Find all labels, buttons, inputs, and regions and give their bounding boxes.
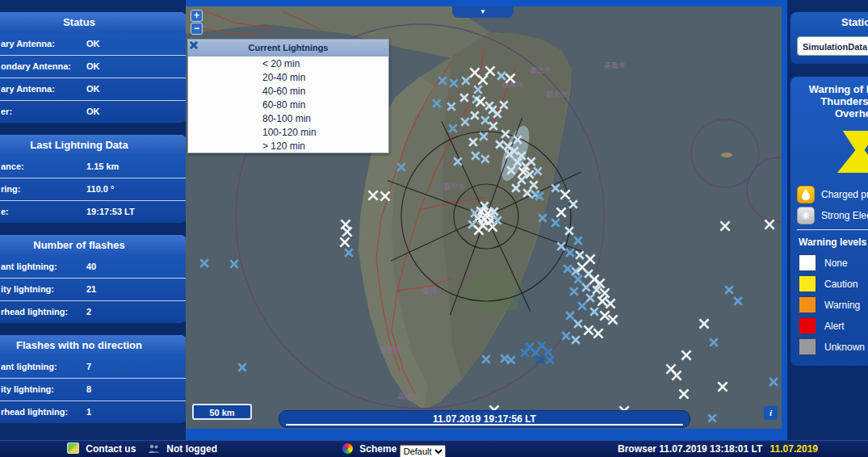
scheme-palette-icon bbox=[342, 443, 353, 454]
legend-item-label: < 20 min bbox=[262, 58, 300, 69]
svg-text:臺灣: 臺灣 bbox=[422, 287, 437, 295]
row-label: rhead lightning: bbox=[1, 307, 68, 317]
legend-item: 40-60 min bbox=[188, 84, 388, 98]
right-sidebar: Station SimulationData Warning of Possib… bbox=[787, 0, 868, 441]
warning-level-row: Caution bbox=[799, 275, 868, 292]
row-label: ary Antenna: bbox=[1, 39, 55, 48]
divider bbox=[797, 229, 868, 230]
lightning-map[interactable]: 臺北市基隆市桃園市新北市臺中市臺灣臺南市高雄市 + − ▼ Current Li… bbox=[186, 6, 782, 429]
contact-icon bbox=[67, 442, 79, 454]
row-label: rhead lightning: bbox=[1, 407, 68, 417]
chevron-down-icon: ▼ bbox=[480, 8, 486, 15]
left-sidebar: Statusary Antenna:OKondary Antenna:OKary… bbox=[0, 0, 186, 441]
legend-item-label: 80-100 min bbox=[262, 113, 311, 124]
row-value: 7 bbox=[86, 356, 91, 378]
browser-time: Browser 11.07.2019 13:18:01 LT bbox=[618, 443, 762, 455]
lightning-x-icon bbox=[246, 127, 258, 138]
warning-level-row: None bbox=[799, 254, 868, 271]
warning-panel: Warning of Possible Thunderstorms Overhe… bbox=[790, 76, 868, 367]
data-row: ant lightning:7 bbox=[0, 356, 187, 379]
row-value: 110.0 ° bbox=[86, 178, 114, 200]
row-value: OK bbox=[86, 56, 100, 78]
data-row: rhead lightning:2 bbox=[0, 301, 187, 323]
row-label: ant lightning: bbox=[1, 362, 57, 371]
warning-level-label: Warning bbox=[824, 300, 860, 311]
data-row: er:OK bbox=[0, 101, 187, 123]
warning-message: Warning of Possible Thunderstorms Overhe… bbox=[799, 83, 868, 119]
data-row: ary Antenna:OK bbox=[0, 33, 187, 56]
panel-title: Number of flashes bbox=[0, 235, 187, 256]
row-value: 19:17:53 LT bbox=[86, 201, 135, 223]
status-bar: Contact us Not logged Scheme Default Bro… bbox=[0, 440, 868, 457]
map-timestamp-bar: 11.07.2019 19:17:56 LT bbox=[279, 410, 690, 428]
legend-title: Current Lightnings bbox=[188, 40, 388, 57]
station-select[interactable]: SimulationData bbox=[797, 36, 868, 56]
svg-text:高雄市: 高雄市 bbox=[397, 392, 419, 400]
legend-item: > 120 min bbox=[188, 139, 388, 153]
row-value: 40 bbox=[86, 256, 96, 278]
status-panel: Statusary Antenna:OKondary Antenna:OKary… bbox=[0, 11, 187, 124]
map-scale: 50 km bbox=[192, 404, 252, 420]
row-label: ondary Antenna: bbox=[1, 61, 71, 71]
row-value: 8 bbox=[86, 379, 91, 400]
warning-level-swatch bbox=[799, 275, 816, 292]
warning-level-swatch bbox=[799, 317, 816, 334]
app-window: Statusary Antenna:OKondary Antenna:OKary… bbox=[0, 0, 868, 457]
contact-us-link[interactable]: Contact us bbox=[67, 441, 136, 457]
thunderstorm-warning-icon bbox=[837, 131, 868, 173]
svg-text:新北市: 新北市 bbox=[546, 90, 568, 99]
station-select-value: SimulationData bbox=[803, 42, 867, 52]
status-panel: Flashes with no directionant lightning:7… bbox=[0, 334, 187, 424]
info-button[interactable]: i bbox=[764, 406, 778, 420]
login-status-label: Not logged bbox=[166, 443, 217, 455]
row-value: 1 bbox=[86, 401, 91, 423]
electric-field-row: Strong Electric field bbox=[797, 207, 868, 224]
time-display: Browser 11.07.2019 13:18:01 LT 11.07.201… bbox=[618, 441, 818, 457]
legend-item-label: 60-80 min bbox=[262, 99, 305, 111]
warning-level-label: Caution bbox=[824, 279, 858, 290]
row-value: OK bbox=[86, 33, 100, 55]
legend-item: 60-80 min bbox=[188, 98, 388, 111]
data-row: rhead lightning:1 bbox=[0, 401, 187, 423]
lightning-x-icon bbox=[246, 99, 258, 111]
warning-level-swatch bbox=[799, 254, 816, 271]
data-row: ity lightning:21 bbox=[0, 279, 187, 301]
data-row: e:19:17:53 LT bbox=[0, 201, 187, 223]
warning-level-label: Unknown bbox=[824, 342, 865, 353]
scheme-select[interactable]: Default bbox=[400, 445, 446, 457]
collapse-tab[interactable]: ▼ bbox=[452, 6, 514, 18]
lightning-x-icon bbox=[246, 58, 258, 69]
svg-text:臺中市: 臺中市 bbox=[443, 182, 465, 191]
station-title: Station bbox=[790, 12, 868, 33]
row-label: ant lightning: bbox=[1, 262, 57, 271]
data-row: ondary Antenna:OK bbox=[0, 56, 187, 78]
row-value: 1.15 km bbox=[86, 156, 119, 178]
row-value: OK bbox=[86, 78, 100, 100]
lightning-x-icon bbox=[246, 140, 258, 152]
zoom-in-button[interactable]: + bbox=[191, 10, 203, 22]
data-row: ant lightning:40 bbox=[0, 256, 187, 279]
row-value: 2 bbox=[86, 301, 91, 323]
scheme-control: Scheme Default bbox=[342, 441, 446, 457]
login-status[interactable]: Not logged bbox=[148, 441, 217, 457]
legend-item-label: > 120 min bbox=[262, 140, 305, 152]
station-panel: Station SimulationData bbox=[790, 11, 868, 65]
row-label: er: bbox=[1, 107, 12, 116]
lightning-x-icon bbox=[246, 72, 258, 83]
charged-precipitation-label: Charged precipitation bbox=[821, 189, 868, 200]
data-row: ring:110.0 ° bbox=[0, 178, 187, 201]
svg-text:基隆市: 基隆市 bbox=[604, 61, 626, 69]
charged-precipitation-icon bbox=[797, 186, 815, 203]
legend-item: 100-120 min bbox=[188, 125, 388, 139]
current-lightnings-legend: Current Lightnings < 20 min20-40 min40-6… bbox=[187, 39, 389, 153]
row-label: ance: bbox=[1, 161, 24, 171]
row-label: ity lightning: bbox=[1, 284, 54, 294]
panel-title: Flashes with no direction bbox=[0, 335, 187, 356]
lightning-x-icon bbox=[246, 86, 258, 97]
station-time: 11.07.2019 bbox=[770, 443, 818, 455]
zoom-out-button[interactable]: − bbox=[191, 23, 203, 35]
map-column: 臺北市基隆市桃園市新北市臺中市臺灣臺南市高雄市 + − ▼ Current Li… bbox=[186, 0, 787, 441]
status-panel: Number of flashesant lightning:40ity lig… bbox=[0, 234, 187, 324]
offshore-island bbox=[721, 153, 732, 157]
data-row: ity lightning:8 bbox=[0, 379, 187, 401]
